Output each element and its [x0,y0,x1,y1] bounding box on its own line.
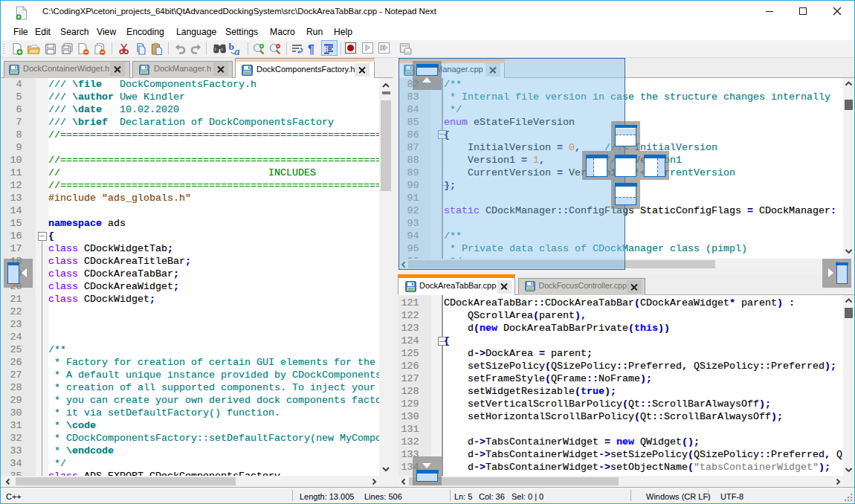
svg-text:b: b [229,42,234,52]
svg-text:¶: ¶ [308,43,314,56]
svg-text:a: a [234,45,239,56]
